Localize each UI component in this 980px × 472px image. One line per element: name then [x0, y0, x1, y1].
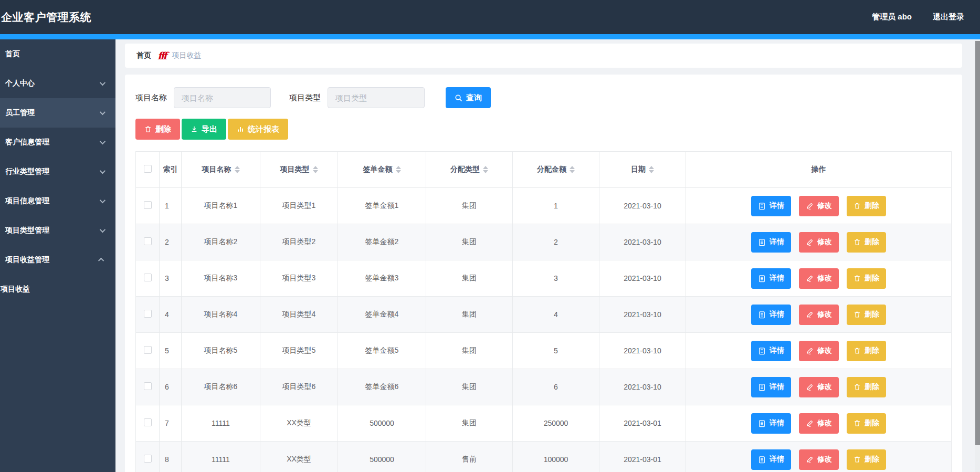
sort-icon[interactable]: [313, 166, 318, 173]
delete-button[interactable]: 删除: [847, 196, 886, 216]
logout-link[interactable]: 退出登录: [933, 12, 964, 22]
row-checkbox[interactable]: [144, 455, 152, 463]
sort-icon[interactable]: [483, 166, 488, 173]
edit-button[interactable]: 修改: [799, 449, 839, 470]
detail-button[interactable]: 详情: [751, 449, 791, 470]
sidebar-item[interactable]: 项目收益管理: [0, 245, 115, 275]
breadcrumb-home[interactable]: 首页: [136, 51, 151, 60]
main-content: 首页 fff 项目收益 项目名称 项目类型 查询: [115, 39, 980, 472]
pencil-icon: [806, 311, 814, 319]
row-select-cell: [136, 442, 160, 472]
delete-button[interactable]: 删除: [847, 377, 886, 397]
row-checkbox[interactable]: [144, 310, 152, 318]
table-cell: 2: [160, 224, 182, 260]
chevron-down-icon: [100, 139, 106, 144]
sort-icon[interactable]: [396, 166, 401, 173]
edit-button[interactable]: 修改: [799, 341, 839, 361]
bulk-delete-label: 删除: [155, 124, 171, 134]
sidebar-item[interactable]: 员工管理: [0, 98, 115, 128]
edit-button[interactable]: 修改: [799, 232, 839, 253]
document-icon: [758, 275, 766, 282]
pencil-icon: [806, 383, 814, 391]
sidebar-item[interactable]: 项目收益: [0, 275, 115, 304]
row-checkbox[interactable]: [144, 201, 152, 209]
sort-icon[interactable]: [235, 166, 240, 173]
row-checkbox[interactable]: [144, 418, 152, 426]
row-actions: 详情修改删除: [751, 413, 886, 434]
delete-button-label: 删除: [865, 382, 879, 392]
page-scrollbar[interactable]: [975, 39, 980, 472]
edit-button[interactable]: 修改: [799, 413, 839, 434]
table-cell: 集团: [426, 369, 513, 405]
report-button[interactable]: 统计报表: [228, 119, 288, 140]
row-select-cell: [136, 333, 160, 369]
delete-button[interactable]: 删除: [847, 268, 886, 289]
sidebar-item[interactable]: 个人中心: [0, 69, 115, 98]
detail-button[interactable]: 详情: [751, 268, 791, 289]
table-cell: 2021-03-10: [599, 260, 686, 297]
column-header: 分配类型: [426, 152, 513, 188]
row-checkbox[interactable]: [144, 274, 152, 281]
row-select-cell: [136, 260, 160, 297]
bulk-delete-button[interactable]: 删除: [135, 119, 180, 140]
user-label[interactable]: 管理员 abo: [872, 12, 912, 22]
delete-button[interactable]: 删除: [847, 232, 886, 253]
row-checkbox[interactable]: [144, 346, 152, 354]
table-cell: 11111: [182, 405, 260, 442]
sidebar-item[interactable]: 客户信息管理: [0, 128, 115, 157]
trash-icon: [853, 383, 861, 391]
sort-icon[interactable]: [649, 166, 654, 173]
document-icon: [758, 347, 766, 355]
table-cell: 3: [513, 260, 599, 297]
edit-button[interactable]: 修改: [799, 377, 839, 397]
column-header-label: 日期: [631, 165, 646, 173]
search-button[interactable]: 查询: [446, 87, 491, 108]
table-row: 711111XX类型500000集团2500002021-03-01详情修改删除: [136, 405, 952, 442]
edit-button[interactable]: 修改: [799, 268, 839, 289]
row-actions-cell: 详情修改删除: [686, 297, 952, 333]
sidebar-item[interactable]: 首页: [0, 39, 115, 69]
delete-button[interactable]: 删除: [847, 341, 886, 361]
column-header: 签单金额: [338, 152, 426, 188]
table-cell: 项目名称3: [182, 260, 260, 297]
detail-button-label: 详情: [770, 418, 784, 428]
edit-button[interactable]: 修改: [799, 305, 839, 325]
sidebar-item[interactable]: 项目类型管理: [0, 216, 115, 245]
document-icon: [758, 311, 766, 319]
detail-button-label: 详情: [770, 382, 784, 392]
project-type-input[interactable]: [328, 87, 425, 108]
trash-icon: [853, 311, 861, 318]
row-checkbox[interactable]: [144, 237, 152, 245]
table-cell: 项目名称2: [182, 224, 260, 260]
sort-down-icon: [396, 170, 401, 173]
sort-icon[interactable]: [570, 166, 575, 173]
delete-button[interactable]: 删除: [847, 305, 886, 325]
detail-button-label: 详情: [770, 201, 784, 211]
edit-button-label: 修改: [817, 237, 832, 247]
table-cell: 集团: [426, 405, 513, 442]
detail-button[interactable]: 详情: [751, 196, 791, 216]
detail-button[interactable]: 详情: [751, 341, 791, 361]
detail-button[interactable]: 详情: [751, 413, 791, 434]
sidebar-item[interactable]: 行业类型管理: [0, 157, 115, 186]
sidebar-item[interactable]: 项目信息管理: [0, 186, 115, 216]
edit-button[interactable]: 修改: [799, 196, 839, 216]
detail-button[interactable]: 详情: [751, 305, 791, 325]
select-all-checkbox[interactable]: [144, 165, 152, 173]
sort-up-icon: [396, 166, 401, 169]
table-cell: 项目类型2: [260, 224, 338, 260]
project-name-input[interactable]: [174, 87, 271, 108]
row-actions: 详情修改删除: [751, 196, 886, 216]
delete-button[interactable]: 删除: [847, 413, 886, 434]
table-cell: 3: [160, 260, 182, 297]
table-cell: XX类型: [260, 442, 338, 472]
detail-button[interactable]: 详情: [751, 377, 791, 397]
detail-button[interactable]: 详情: [751, 232, 791, 253]
row-checkbox[interactable]: [144, 382, 152, 390]
table-cell: 100000: [513, 442, 599, 472]
delete-button[interactable]: 删除: [847, 449, 886, 470]
export-button[interactable]: 导出: [182, 119, 226, 140]
scrollbar-thumb[interactable]: [975, 41, 980, 445]
app-title: 企业客户管理系统: [1, 10, 91, 25]
table-cell: 项目类型1: [260, 188, 338, 224]
